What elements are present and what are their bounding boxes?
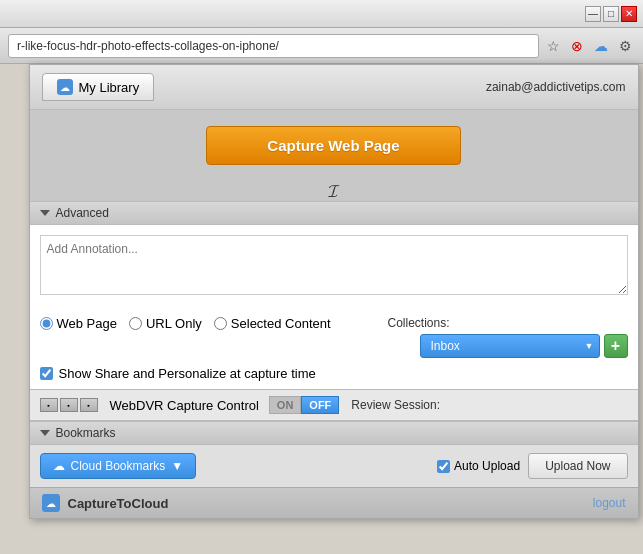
- dvr-icon-3[interactable]: ▪: [80, 398, 98, 412]
- popup-header: ☁ My Library zainab@addictivetips.com: [30, 65, 638, 110]
- browser-titlebar: — □ ✕: [0, 0, 643, 28]
- close-button[interactable]: ✕: [621, 6, 637, 22]
- cloud-icon[interactable]: ☁: [591, 36, 611, 56]
- bookmarks-row: ☁ Cloud Bookmarks ▼ Auto Upload Upload N…: [30, 445, 638, 487]
- toggle-off-button[interactable]: OFF: [301, 396, 339, 414]
- share-personalize-label: Show Share and Personalize at capture ti…: [59, 366, 316, 381]
- library-icon: ☁: [57, 79, 73, 95]
- cloud-bookmarks-icon: ☁: [53, 459, 65, 473]
- library-tab[interactable]: ☁ My Library: [42, 73, 155, 101]
- auto-upload-label[interactable]: Auto Upload: [437, 459, 520, 473]
- collections-select-wrapper: Inbox: [420, 334, 600, 358]
- radio-url-input[interactable]: [129, 317, 142, 330]
- radio-webpage[interactable]: Web Page: [40, 316, 117, 331]
- advanced-section-header[interactable]: Advanced: [30, 201, 638, 225]
- star-icon[interactable]: ☆: [543, 36, 563, 56]
- annotation-textarea[interactable]: [40, 235, 628, 295]
- cloud-bookmarks-label: Cloud Bookmarks: [71, 459, 166, 473]
- logout-link[interactable]: logout: [593, 496, 626, 510]
- cursor-indicator: 𝓘: [30, 181, 638, 201]
- radio-url-label: URL Only: [146, 316, 202, 331]
- cloud-bookmarks-button[interactable]: ☁ Cloud Bookmarks ▼: [40, 453, 197, 479]
- cursor-icon: 𝓘: [328, 181, 339, 201]
- bookmarks-chevron-icon: [40, 430, 50, 436]
- advanced-label: Advanced: [56, 206, 109, 220]
- popup-footer: ☁ CaptureToCloud logout: [30, 487, 638, 518]
- collections-row: Inbox +: [420, 334, 628, 358]
- upload-now-button[interactable]: Upload Now: [528, 453, 627, 479]
- settings-icon[interactable]: ⚙: [615, 36, 635, 56]
- checkbox-row: Show Share and Personalize at capture ti…: [30, 362, 638, 389]
- radio-group: Web Page URL Only Selected Content: [40, 316, 388, 331]
- share-personalize-checkbox[interactable]: [40, 367, 53, 380]
- stop-icon[interactable]: ⊗: [567, 36, 587, 56]
- maximize-button[interactable]: □: [603, 6, 619, 22]
- user-email: zainab@addictivetips.com: [486, 80, 626, 94]
- advanced-chevron-icon: [40, 210, 50, 216]
- options-row: Web Page URL Only Selected Content Colle…: [30, 308, 638, 362]
- radio-selected-label: Selected Content: [231, 316, 331, 331]
- browser-toolbar: r-like-focus-hdr-photo-effects-collages-…: [0, 28, 643, 64]
- annotation-area: [30, 225, 638, 308]
- webdvr-row: ▪ ▪ ▪ WebDVR Capture Control ON OFF Revi…: [30, 389, 638, 421]
- bookmarks-label: Bookmarks: [56, 426, 116, 440]
- radio-webpage-input[interactable]: [40, 317, 53, 330]
- toggle-group: ON OFF: [269, 396, 340, 414]
- webdvr-label: WebDVR Capture Control: [110, 398, 259, 413]
- toggle-on-button[interactable]: ON: [269, 396, 302, 414]
- collections-label: Collections:: [388, 316, 450, 330]
- brand-icon: ☁: [42, 494, 60, 512]
- dvr-icon-2[interactable]: ▪: [60, 398, 78, 412]
- capture-area: Capture Web Page: [30, 110, 638, 181]
- popup-panel: ☁ My Library zainab@addictivetips.com Ca…: [29, 64, 639, 519]
- radio-selected-content[interactable]: Selected Content: [214, 316, 331, 331]
- brand-name: CaptureToCloud: [68, 496, 169, 511]
- radio-webpage-label: Web Page: [57, 316, 117, 331]
- radio-url-only[interactable]: URL Only: [129, 316, 202, 331]
- collections-select[interactable]: Inbox: [420, 334, 600, 358]
- upload-right: Auto Upload Upload Now: [437, 453, 627, 479]
- url-bar[interactable]: r-like-focus-hdr-photo-effects-collages-…: [8, 34, 539, 58]
- dvr-icon-group: ▪ ▪ ▪: [40, 398, 98, 412]
- cloud-bookmarks-arrow: ▼: [171, 459, 183, 473]
- dvr-icon-1[interactable]: ▪: [40, 398, 58, 412]
- radio-selected-input[interactable]: [214, 317, 227, 330]
- collections-area: Collections: Inbox +: [388, 316, 628, 358]
- url-text: r-like-focus-hdr-photo-effects-collages-…: [17, 39, 279, 53]
- bookmarks-section-header[interactable]: Bookmarks: [30, 421, 638, 445]
- capture-web-page-button[interactable]: Capture Web Page: [206, 126, 460, 165]
- minimize-button[interactable]: —: [585, 6, 601, 22]
- auto-upload-checkbox[interactable]: [437, 460, 450, 473]
- add-collection-button[interactable]: +: [604, 334, 628, 358]
- library-label: My Library: [79, 80, 140, 95]
- footer-brand: ☁ CaptureToCloud: [42, 494, 169, 512]
- auto-upload-text: Auto Upload: [454, 459, 520, 473]
- review-session-label: Review Session:: [345, 398, 440, 412]
